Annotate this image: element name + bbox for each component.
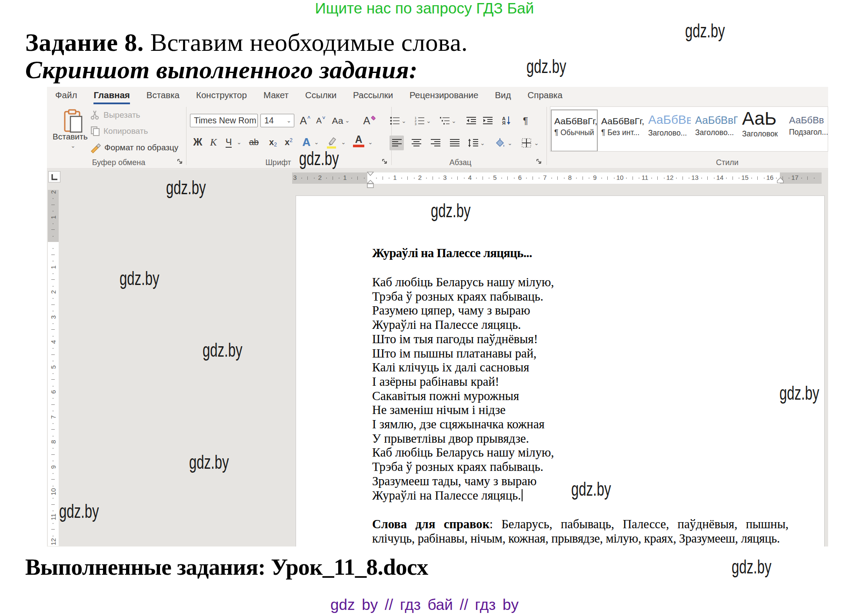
subscript-button[interactable]: x2 [266, 135, 280, 149]
align-center-button[interactable] [409, 136, 423, 150]
ruler-number: 4 [50, 337, 57, 348]
multilevel-chevron[interactable]: ⌄ [451, 114, 457, 128]
ribbon-tab[interactable]: Главная [85, 87, 138, 104]
ribbon-tab[interactable]: Рецензирование [401, 87, 486, 104]
shading-chevron[interactable]: ⌄ [507, 136, 513, 150]
style-card[interactable]: АаБбВв Заголово... [646, 110, 691, 151]
ruler-number: 3 [291, 174, 300, 181]
align-left-button[interactable] [390, 136, 404, 150]
ruler-tick [51, 305, 55, 305]
underline-chevron[interactable]: ⌄ [236, 135, 243, 149]
numbering-chevron[interactable]: ⌄ [426, 114, 432, 128]
gdz-watermark: gdz.by [732, 557, 771, 576]
horizontal-ruler[interactable]: 3211234567891011121314151617 [47, 172, 828, 184]
footer-file: Урок_11_8.docx [271, 554, 428, 580]
ruler-tick [51, 229, 55, 230]
bold-button[interactable]: Ж [191, 135, 204, 149]
ribbon-tab-bar: ФайлГлавнаяВставкаКонструкторМакетСсылки… [47, 87, 828, 104]
sort-button[interactable]: АЯ [499, 114, 514, 128]
font-name-combo[interactable]: Times New Rom ⌄ [190, 114, 258, 127]
ribbon-tab[interactable]: Справка [519, 87, 570, 104]
style-card[interactable]: АаБбВв Подзагол... [786, 110, 828, 151]
document-page[interactable]: Жураўлі на Палессе ляцяць... Каб любіць … [296, 195, 825, 546]
ruler-tick [357, 176, 358, 180]
align-right-button[interactable] [428, 136, 443, 150]
shrink-font-button[interactable]: А˅ [314, 114, 328, 127]
gdz-watermark: gdz.by [685, 21, 725, 40]
ruler-tick-dot [814, 178, 815, 179]
style-card[interactable]: АаЬ Заголовок [739, 110, 785, 151]
ribbon-tab[interactable]: Вставка [138, 87, 188, 104]
style-card[interactable]: АаБбВвГ Заголово... [693, 110, 738, 151]
poem-line: Жураўлі на Палессе ляцяць. [372, 489, 554, 503]
ribbon-tab[interactable]: Макет [255, 87, 297, 104]
ruler-tick [483, 176, 483, 180]
ruler-number: 7 [50, 411, 57, 422]
ruler-tick [607, 176, 608, 180]
poem-line: Каб любіць Беларусь нашу мілую, [372, 275, 554, 290]
change-case-button[interactable]: Аа⌄ [330, 114, 351, 127]
ribbon-tab[interactable]: Вид [486, 87, 519, 104]
vertical-ruler[interactable]: 21123456789101112 [48, 190, 59, 546]
superscript-button[interactable]: x2 [282, 135, 296, 149]
font-color-button[interactable]: А [351, 134, 366, 148]
ribbon-tab[interactable]: Файл [47, 87, 85, 104]
ribbon-tab[interactable]: Ссылки [297, 87, 345, 104]
right-indent-marker[interactable] [777, 177, 784, 183]
numbering-button[interactable]: 123 [413, 114, 426, 128]
ribbon-tab[interactable]: Рассылки [345, 87, 401, 104]
footer-links[interactable]: gdz by // гдз бай // гдз by [0, 596, 849, 613]
ruler-tick [433, 176, 433, 180]
format-painter-button[interactable]: Формат по образцу [90, 142, 178, 153]
ruler-tick [51, 379, 55, 380]
style-label: Подзагол... [789, 128, 828, 137]
style-card[interactable]: АаБбВвГг, ¶ Обычный [552, 110, 597, 151]
svg-text:3: 3 [415, 123, 416, 126]
poem-line: Трэба ў розных краях пабываць. [372, 460, 554, 474]
poem-line: Калі клічуць іх далі сасновыя [372, 361, 554, 375]
ruler-tick-dot [764, 178, 765, 179]
ruler-tick [51, 404, 55, 405]
decrease-indent-button[interactable] [465, 114, 477, 128]
clipboard-dialog-launcher[interactable] [177, 159, 183, 165]
justify-button[interactable] [447, 136, 462, 150]
copy-button[interactable]: Копировать [90, 126, 148, 136]
strikethrough-button[interactable]: ab [246, 135, 262, 149]
ruler-number: 5 [491, 174, 499, 181]
font-color-chevron[interactable]: ⌄ [367, 135, 374, 149]
line-spacing-chevron[interactable]: ⌄ [479, 136, 486, 150]
indent-markers[interactable] [367, 172, 374, 189]
borders-button[interactable] [519, 136, 533, 150]
ruler-number: 6 [516, 174, 524, 181]
show-marks-button[interactable]: ¶ [520, 114, 531, 128]
ruler-number: 10 [50, 487, 57, 497]
highlight-chevron[interactable]: ⌄ [340, 135, 347, 149]
reference-word: пабываць, [561, 517, 614, 531]
ruler-tick-dot [564, 178, 565, 179]
borders-chevron[interactable]: ⌄ [533, 136, 539, 150]
clear-formatting-button[interactable]: А [361, 114, 378, 127]
cut-button[interactable]: Вырезать [90, 110, 140, 120]
italic-button[interactable]: К [208, 135, 219, 149]
font-name-value: Times New Rom [194, 116, 256, 126]
increase-indent-button[interactable] [482, 114, 494, 128]
copy-icon [90, 126, 100, 136]
multilevel-list-button[interactable] [439, 114, 451, 128]
bullets-button[interactable] [389, 114, 401, 128]
bullets-chevron[interactable]: ⌄ [401, 114, 407, 128]
line-spacing-button[interactable] [466, 136, 479, 150]
gdz-watermark: gdz.by [59, 502, 99, 521]
paragraph-dialog-launcher[interactable] [536, 159, 543, 165]
format-painter-label: Формат по образцу [104, 143, 178, 152]
style-card[interactable]: АаБбВвГг, ¶ Без инт... [599, 110, 644, 151]
paste-dropdown-chevron[interactable]: ⌄ [59, 142, 87, 149]
font-size-combo[interactable]: 14 ⌄ [260, 114, 294, 127]
grow-font-button[interactable]: А˄ [298, 114, 313, 127]
underline-button[interactable]: Ч [223, 135, 235, 149]
font-dialog-launcher[interactable] [382, 159, 388, 165]
shading-icon [495, 138, 505, 148]
ribbon-tab[interactable]: Конструктор [188, 87, 255, 104]
ruler-tick [51, 329, 55, 330]
poem-line: Трэба ў розных краях пабываць. [372, 290, 554, 304]
shading-button[interactable] [493, 136, 507, 150]
